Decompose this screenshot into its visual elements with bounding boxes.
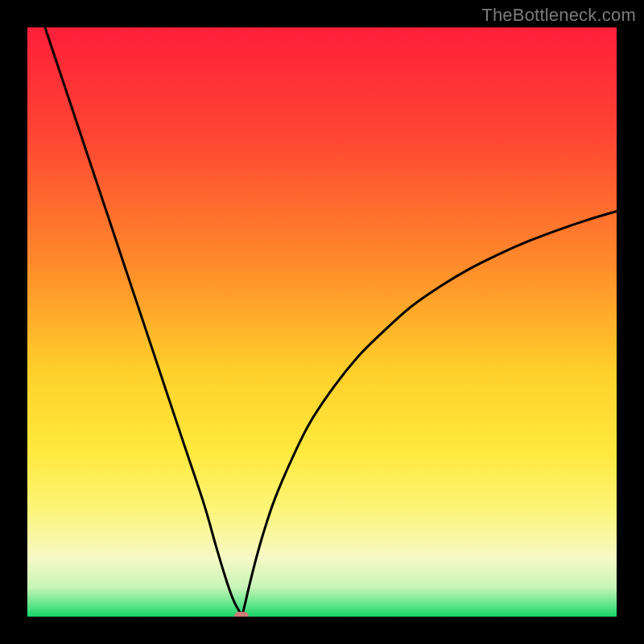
curve-left-branch (45, 27, 242, 617)
plot-area (27, 27, 617, 617)
bottleneck-curve (27, 27, 617, 617)
curve-right-branch (242, 211, 617, 617)
chart-frame: TheBottleneck.com (0, 0, 644, 644)
minimum-marker (234, 612, 249, 617)
watermark-text: TheBottleneck.com (481, 5, 636, 26)
